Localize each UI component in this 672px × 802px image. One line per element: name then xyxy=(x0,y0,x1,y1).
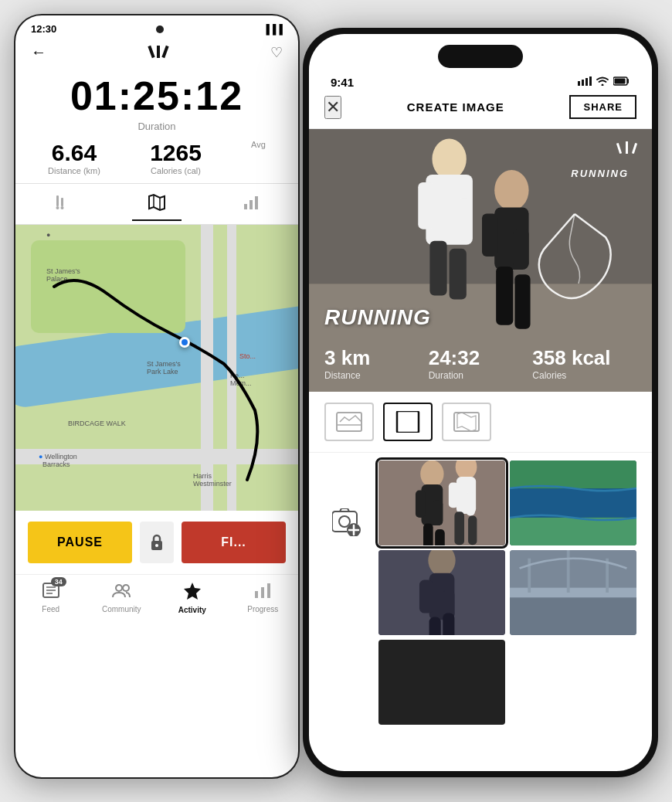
activity-nav-item[interactable]: Activity xyxy=(169,581,216,614)
svg-rect-32 xyxy=(615,79,626,84)
back-button[interactable]: ← xyxy=(31,43,46,61)
svg-rect-39 xyxy=(457,198,471,240)
svg-rect-5 xyxy=(61,198,63,206)
svg-rect-44 xyxy=(482,213,497,257)
progress-nav-item[interactable]: Progress xyxy=(239,582,286,613)
workout-controls: PAUSE FI... xyxy=(15,511,298,574)
svg-marker-55 xyxy=(457,413,476,431)
svg-rect-28 xyxy=(585,78,588,86)
running-distance-value: 3 km xyxy=(324,346,429,370)
svg-rect-45 xyxy=(513,229,528,268)
phone2-header: ✕ CREATE IMAGE SHARE xyxy=(309,95,652,129)
photo-cell-nature[interactable] xyxy=(510,460,636,545)
photo-dark-preview xyxy=(378,640,505,725)
svg-point-63 xyxy=(420,460,443,488)
svg-point-15 xyxy=(155,544,158,547)
add-photo-button[interactable] xyxy=(324,499,371,545)
distance-label: Distance (km) xyxy=(48,166,100,175)
phone1-status-bar: 12:30 ▐▐▐ xyxy=(15,15,298,38)
svg-rect-25 xyxy=(267,583,270,598)
photo-runners-preview xyxy=(378,460,505,545)
running-duration-value: 24:32 xyxy=(429,346,533,370)
route-svg xyxy=(15,225,298,511)
svg-rect-12 xyxy=(249,200,253,209)
phone1-tabs xyxy=(15,183,298,225)
chart-tab[interactable] xyxy=(226,190,276,221)
svg-rect-87 xyxy=(510,593,636,635)
svg-point-57 xyxy=(339,516,350,527)
avg-stat: Avg xyxy=(251,140,266,175)
photo-cell-runner2[interactable] xyxy=(378,550,505,635)
music-tab[interactable] xyxy=(38,190,87,221)
page-title: CREATE IMAGE xyxy=(407,100,504,114)
adidas-overlay-logo xyxy=(615,140,640,158)
svg-rect-26 xyxy=(578,81,580,86)
route-shape xyxy=(528,206,621,307)
svg-rect-49 xyxy=(626,141,628,154)
dynamic-island xyxy=(438,45,523,68)
feed-icon: 34 xyxy=(42,582,60,603)
photo-cell-runners[interactable] xyxy=(378,460,505,545)
map-view[interactable]: St James'sPalace ● St James'sPark Lake B… xyxy=(15,225,298,511)
phone2-inner: 9:41 ✕ CREATE IMAGE SHARE xyxy=(309,34,652,771)
progress-icon xyxy=(254,582,271,603)
photo-bridge-preview xyxy=(510,550,636,635)
svg-rect-38 xyxy=(418,182,433,229)
svg-rect-73 xyxy=(454,511,464,545)
landscape-template-btn[interactable] xyxy=(324,403,374,441)
community-nav-item[interactable]: Community xyxy=(98,582,144,613)
map-location-pin xyxy=(179,337,190,348)
share-button[interactable]: SHARE xyxy=(569,95,636,119)
adidas-logo xyxy=(144,41,173,63)
svg-marker-22 xyxy=(184,583,201,600)
photo-nature-preview xyxy=(510,460,636,545)
svg-point-36 xyxy=(432,139,466,179)
close-button[interactable]: ✕ xyxy=(324,96,341,119)
map-template-btn[interactable] xyxy=(442,403,491,441)
svg-point-42 xyxy=(494,170,528,210)
community-label: Community xyxy=(102,605,141,613)
scene: 12:30 ▐▐▐ ← ♡ 01:25:12 Duration xyxy=(0,0,672,802)
lock-button[interactable] xyxy=(140,522,174,563)
template-selector xyxy=(309,392,652,453)
svg-rect-4 xyxy=(56,195,59,206)
svg-rect-53 xyxy=(397,411,419,433)
calories-label: Calories (cal) xyxy=(150,166,202,175)
svg-rect-50 xyxy=(632,143,637,154)
battery-icon xyxy=(613,76,630,88)
photo-cell-bridge[interactable] xyxy=(510,550,636,635)
svg-point-30 xyxy=(602,84,604,87)
wifi-icon xyxy=(596,76,609,88)
bottom-nav: 34 Feed Community Activity Pro xyxy=(15,574,298,619)
signal-icon xyxy=(578,76,592,88)
photo-cell-dark[interactable] xyxy=(378,640,505,725)
svg-rect-74 xyxy=(468,515,477,545)
svg-rect-3 xyxy=(161,46,168,58)
svg-rect-82 xyxy=(419,580,433,613)
distance-value: 6.64 xyxy=(48,140,100,166)
svg-rect-84 xyxy=(429,617,441,635)
svg-rect-78 xyxy=(510,518,636,545)
square-template-btn[interactable] xyxy=(383,403,433,441)
running-top-label: RUNNING xyxy=(571,168,629,179)
favorite-button[interactable]: ♡ xyxy=(270,44,283,61)
running-calories-label: Calories xyxy=(532,370,636,381)
svg-point-21 xyxy=(123,585,129,591)
svg-rect-68 xyxy=(435,529,445,545)
pause-button[interactable]: PAUSE xyxy=(28,522,132,563)
svg-rect-65 xyxy=(416,491,426,518)
svg-rect-29 xyxy=(589,76,592,86)
running-distance-stat: 3 km Distance xyxy=(324,346,429,381)
map-tab[interactable] xyxy=(132,190,182,221)
duration-label: Duration xyxy=(15,121,298,132)
finish-button[interactable]: FI... xyxy=(182,522,286,563)
svg-point-6 xyxy=(56,206,59,209)
feed-label: Feed xyxy=(42,605,59,613)
running-duration-label: Duration xyxy=(429,370,533,381)
svg-rect-41 xyxy=(450,249,467,300)
status-icons xyxy=(578,76,630,88)
svg-rect-66 xyxy=(433,500,443,525)
running-image-card: RUNNING RUNNING 3 km Distance xyxy=(309,129,652,392)
photo-grid xyxy=(378,460,636,725)
feed-nav-item[interactable]: 34 Feed xyxy=(28,582,74,613)
